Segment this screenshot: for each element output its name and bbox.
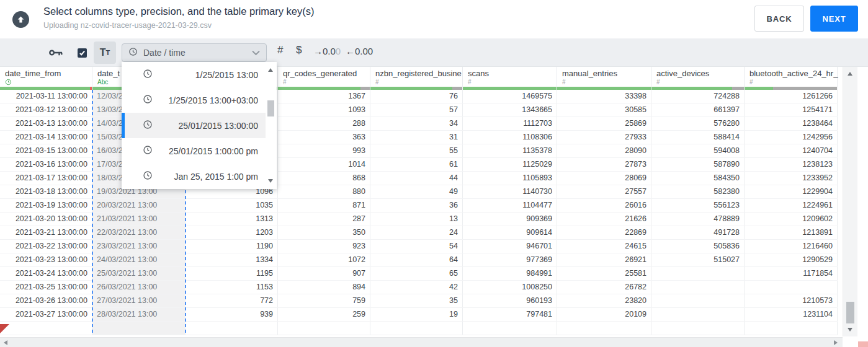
table-cell[interactable]: 2021-03-22 13:00:00 bbox=[0, 240, 92, 253]
table-cell[interactable]: 1135378 bbox=[463, 144, 557, 157]
dropdown-scroll-up-icon[interactable] bbox=[268, 68, 273, 72]
table-cell[interactable]: 977369 bbox=[463, 253, 557, 266]
table-cell[interactable]: 1153 bbox=[186, 281, 278, 294]
scroll-right-icon[interactable] bbox=[834, 340, 838, 345]
dropdown-scroll-down-icon[interactable] bbox=[268, 179, 273, 183]
table-cell[interactable]: 1231104 bbox=[745, 308, 838, 321]
column-header-bluetooth_active_24_hr_[interactable]: bluetooth_active_24_hr_# bbox=[745, 67, 838, 87]
table-cell[interactable] bbox=[745, 281, 838, 294]
table-cell[interactable]: 1171854 bbox=[745, 267, 838, 280]
table-cell[interactable]: 871 bbox=[278, 199, 370, 212]
table-cell[interactable]: 24/03/2021 13:00 bbox=[92, 253, 186, 266]
table-cell[interactable] bbox=[278, 322, 370, 335]
table-cell[interactable]: 1125029 bbox=[463, 158, 557, 171]
column-header-scans[interactable]: scans# bbox=[463, 67, 557, 87]
table-cell[interactable]: 556123 bbox=[651, 199, 745, 212]
decrease-precision-button[interactable]: ←0.00 bbox=[346, 46, 373, 56]
table-cell[interactable]: 44 bbox=[370, 172, 463, 185]
table-cell[interactable]: 759 bbox=[278, 294, 370, 307]
table-cell[interactable]: 868 bbox=[278, 172, 370, 185]
table-cell[interactable]: 588414 bbox=[651, 131, 745, 144]
table-cell[interactable]: 1203 bbox=[186, 226, 278, 239]
table-cell[interactable]: 21626 bbox=[557, 213, 651, 226]
table-cell[interactable]: 22869 bbox=[557, 226, 651, 239]
table-cell[interactable] bbox=[745, 322, 838, 335]
table-cell[interactable]: 2021-03-23 13:00:00 bbox=[0, 253, 92, 266]
table-cell[interactable] bbox=[651, 267, 745, 280]
table-cell[interactable]: 2021-03-24 13:00:00 bbox=[0, 267, 92, 280]
dropdown-option[interactable]: 25/01/2015 13:00:00 bbox=[122, 113, 266, 138]
table-cell[interactable]: 2021-03-26 13:00:00 bbox=[0, 294, 92, 307]
table-cell[interactable]: 288 bbox=[278, 117, 370, 130]
table-cell[interactable]: 64 bbox=[370, 253, 463, 266]
table-cell[interactable]: 2021-03-16 13:00:00 bbox=[0, 158, 92, 171]
table-cell[interactable]: 27/03/2021 13:00 bbox=[92, 294, 186, 307]
table-cell[interactable]: 1072 bbox=[278, 253, 370, 266]
table-cell[interactable]: 1105893 bbox=[463, 172, 557, 185]
table-cell[interactable] bbox=[651, 294, 745, 307]
table-cell[interactable]: 1008250 bbox=[463, 281, 557, 294]
table-cell[interactable] bbox=[651, 308, 745, 321]
vertical-scrollbar[interactable] bbox=[843, 67, 857, 336]
table-cell[interactable]: 19 bbox=[370, 308, 463, 321]
table-cell[interactable] bbox=[0, 322, 92, 335]
table-cell[interactable]: 2021-03-14 13:00:00 bbox=[0, 131, 92, 144]
table-cell[interactable]: 1233952 bbox=[745, 172, 838, 185]
table-cell[interactable]: 1343665 bbox=[463, 103, 557, 116]
table-cell[interactable]: 1238123 bbox=[745, 158, 838, 171]
table-cell[interactable] bbox=[651, 281, 745, 294]
column-header-qr_codes_generated[interactable]: qr_codes_generated# bbox=[278, 67, 370, 87]
boolean-type-checkbox[interactable] bbox=[78, 48, 87, 58]
table-cell[interactable]: 909614 bbox=[463, 226, 557, 239]
scroll-up-icon[interactable] bbox=[848, 72, 852, 76]
table-cell[interactable]: 1014 bbox=[278, 158, 370, 171]
table-cell[interactable]: 57 bbox=[370, 103, 463, 116]
table-cell[interactable]: 1209602 bbox=[745, 213, 838, 226]
table-cell[interactable]: 27557 bbox=[557, 185, 651, 198]
table-cell[interactable]: 2021-03-21 13:00:00 bbox=[0, 226, 92, 239]
table-cell[interactable]: 24615 bbox=[557, 240, 651, 253]
table-cell[interactable]: 1190 bbox=[186, 240, 278, 253]
table-cell[interactable]: 1238464 bbox=[745, 117, 838, 130]
table-cell[interactable]: 259 bbox=[278, 308, 370, 321]
table-cell[interactable]: 1229904 bbox=[745, 185, 838, 198]
table-cell[interactable]: 26782 bbox=[557, 281, 651, 294]
table-cell[interactable]: 20109 bbox=[557, 308, 651, 321]
table-cell[interactable]: 2021-03-20 13:00:00 bbox=[0, 213, 92, 226]
dropdown-option[interactable]: 1/25/2015 13:00+03:00 bbox=[122, 87, 266, 113]
table-cell[interactable]: 582380 bbox=[651, 185, 745, 198]
scroll-down-icon[interactable] bbox=[848, 328, 852, 332]
datetime-format-select[interactable]: Date / time bbox=[122, 43, 267, 62]
table-cell[interactable]: 25581 bbox=[557, 267, 651, 280]
table-cell[interactable]: 28/03/2021 13:00 bbox=[92, 308, 186, 321]
table-cell[interactable] bbox=[92, 322, 186, 335]
table-cell[interactable]: 587890 bbox=[651, 158, 745, 171]
table-cell[interactable]: 584350 bbox=[651, 172, 745, 185]
table-cell[interactable]: 1313 bbox=[186, 213, 278, 226]
column-header-date_time_from[interactable]: date_time_from bbox=[0, 67, 92, 87]
table-cell[interactable]: 984991 bbox=[463, 267, 557, 280]
table-cell[interactable]: 491728 bbox=[651, 226, 745, 239]
dropdown-option[interactable]: 1/25/2015 13:00 bbox=[122, 62, 266, 87]
table-cell[interactable]: 594008 bbox=[651, 144, 745, 157]
dropdown-scrollbar-thumb[interactable] bbox=[267, 100, 274, 116]
table-cell[interactable]: 34 bbox=[370, 117, 463, 130]
table-cell[interactable]: 1210573 bbox=[745, 294, 838, 307]
text-type-button[interactable]: TT bbox=[94, 42, 116, 64]
table-cell[interactable]: 797481 bbox=[463, 308, 557, 321]
table-cell[interactable]: 26016 bbox=[557, 199, 651, 212]
table-cell[interactable]: 26921 bbox=[557, 253, 651, 266]
table-cell[interactable]: 1112703 bbox=[463, 117, 557, 130]
table-cell[interactable] bbox=[186, 322, 278, 335]
table-cell[interactable]: 894 bbox=[278, 281, 370, 294]
dropdown-scrollbar[interactable] bbox=[266, 63, 275, 188]
table-cell[interactable]: 1213891 bbox=[745, 226, 838, 239]
table-cell[interactable]: 65 bbox=[370, 267, 463, 280]
table-cell[interactable]: 661397 bbox=[651, 103, 745, 116]
primary-key-icon[interactable] bbox=[49, 48, 63, 60]
table-cell[interactable]: 49 bbox=[370, 185, 463, 198]
back-button[interactable]: BACK bbox=[754, 6, 804, 32]
table-cell[interactable]: 54 bbox=[370, 240, 463, 253]
currency-type-button[interactable]: $ bbox=[296, 44, 302, 56]
table-cell[interactable]: 30585 bbox=[557, 103, 651, 116]
